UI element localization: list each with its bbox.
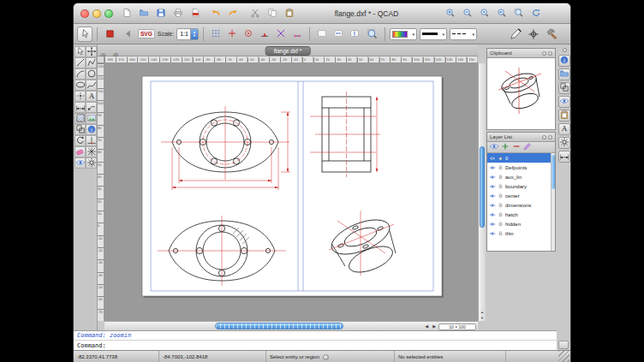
panel-float-button[interactable] [542, 135, 546, 139]
command-line[interactable]: Command: [74, 340, 557, 350]
layer-row-hatch[interactable]: hatch [487, 210, 551, 219]
color-combo[interactable]: ▾ [390, 28, 417, 40]
layer-visible-icon[interactable] [489, 221, 496, 228]
snap-grid-button[interactable] [208, 27, 224, 42]
zoom-window-button[interactable] [365, 27, 380, 42]
layer-row-dimensions[interactable]: dimensions [487, 200, 551, 210]
layer-lock-icon[interactable] [498, 193, 504, 199]
layer-lock-icon[interactable] [498, 211, 504, 217]
v-scrollbar[interactable]: ▲ ▼ [478, 63, 486, 321]
layer-remove-button[interactable] [511, 143, 521, 152]
layer-edit-button[interactable] [522, 143, 532, 152]
scroll-right-button[interactable]: ▶ [432, 323, 436, 329]
layer-visible-icon[interactable] [489, 202, 496, 209]
panel-float-button[interactable] [563, 48, 567, 52]
snap-free-button[interactable] [224, 27, 240, 42]
layer-row-aux_lin[interactable]: aux_lin [487, 172, 551, 181]
layer-visible-icon[interactable] [489, 211, 496, 218]
panel-float-button[interactable] [542, 51, 546, 56]
layer-lock-icon[interactable] [498, 183, 504, 189]
scroll-left-button[interactable]: ◀ [425, 323, 428, 329]
maximize-button[interactable] [104, 9, 113, 18]
restrict-vertical-button[interactable] [347, 27, 362, 42]
measure-tool-button[interactable] [558, 151, 570, 163]
restrict-horizontal-button[interactable] [331, 27, 346, 42]
reset-button[interactable] [102, 27, 117, 42]
layer-row-thin[interactable]: thin [487, 228, 551, 238]
layer-row-Defpoints[interactable]: Defpoints [487, 163, 551, 172]
new-file-button[interactable] [118, 5, 134, 21]
layer-row-boundary[interactable]: boundary [487, 181, 551, 191]
tools-button[interactable] [544, 27, 559, 42]
block-list-button[interactable] [558, 82, 570, 94]
scroll-down-button[interactable]: ▼ [480, 316, 484, 320]
layer-add-button[interactable] [500, 143, 510, 152]
layer-row-hidden[interactable]: hidden [487, 219, 551, 228]
command-options-button[interactable] [558, 341, 569, 349]
layer-lock-icon[interactable] [498, 221, 504, 227]
layer-visibility-button[interactable] [75, 157, 86, 169]
document-tab[interactable]: flange.dxf * [265, 46, 311, 56]
snap-settings-button[interactable] [558, 137, 570, 149]
cut-button[interactable] [247, 5, 263, 21]
command-input[interactable] [109, 342, 553, 349]
print-button[interactable] [170, 5, 186, 21]
drawing-canvas[interactable] [104, 63, 478, 321]
layer-visible-icon[interactable] [489, 183, 496, 190]
layer-scroll-thumb[interactable] [552, 155, 555, 189]
scroll-up-button[interactable]: ▲ [480, 310, 484, 314]
copy-button[interactable] [264, 5, 280, 21]
library-browser-button[interactable] [558, 68, 570, 80]
linetype-combo[interactable]: ▾ [450, 28, 477, 40]
layer-list-scrollbar[interactable] [551, 153, 555, 251]
layer-lock-icon[interactable] [498, 230, 504, 236]
settings-button[interactable] [86, 157, 97, 169]
export-pdf-button[interactable] [187, 5, 203, 21]
clipboard-panel-header[interactable]: Clipboard [487, 49, 555, 58]
layer-lock-icon[interactable] [498, 155, 504, 161]
previous-view-button[interactable] [493, 5, 510, 21]
layer-lock-icon[interactable] [498, 174, 504, 180]
panel-close-button[interactable] [548, 135, 552, 139]
back-button[interactable] [120, 27, 135, 42]
layer-lock-icon[interactable] [498, 202, 504, 208]
layer-visible-icon[interactable] [489, 155, 496, 162]
minimize-button[interactable] [92, 9, 101, 18]
snap-center-button[interactable] [241, 27, 256, 42]
layer-visible-icon[interactable] [489, 230, 496, 237]
layer-show-all-button[interactable] [489, 143, 498, 152]
command-line-toggle-button[interactable]: A [558, 123, 570, 135]
restrict-off-button[interactable] [314, 27, 330, 42]
scale-stepper[interactable]: ▲▼ [190, 29, 198, 39]
redraw-button[interactable] [528, 5, 544, 21]
paste-button[interactable] [281, 5, 297, 21]
layer-lock-icon[interactable] [498, 164, 504, 170]
layer-row-0[interactable]: 0 [487, 153, 551, 163]
undo-button[interactable] [207, 5, 224, 21]
auto-zoom-button[interactable] [476, 5, 492, 21]
layer-visible-icon[interactable] [489, 164, 496, 171]
resize-grip-icon[interactable] [558, 351, 569, 362]
titlebar[interactable]: flange.dxf * - QCAD [74, 3, 570, 24]
panel-close-button[interactable] [548, 51, 552, 56]
property-editor-button[interactable]: i [558, 55, 570, 67]
layer-panel-toggle-button[interactable] [558, 96, 570, 108]
layer-visible-icon[interactable] [489, 193, 496, 199]
open-file-button[interactable] [135, 5, 152, 21]
lineweight-combo[interactable]: ▾ [420, 28, 447, 40]
svg-export-button[interactable]: SVG [138, 29, 155, 39]
zoom-in-button[interactable] [442, 5, 458, 21]
h-scroll-thumb[interactable] [215, 323, 343, 329]
layer-visible-icon[interactable] [489, 174, 496, 181]
clipboard-panel-toggle-button[interactable] [558, 110, 570, 122]
snap-middle-button[interactable] [257, 27, 272, 42]
selection-pointer-button[interactable] [77, 27, 92, 42]
snap-intersection-button[interactable] [273, 27, 289, 42]
snap-distance-button[interactable] [289, 27, 305, 42]
draw-mode-button[interactable] [508, 27, 523, 42]
zoom-window-button[interactable] [510, 5, 527, 21]
h-scrollbar[interactable]: ◀ ▶ 10 × 100 [104, 321, 478, 330]
redo-button[interactable] [224, 5, 241, 21]
crosshair-button[interactable] [526, 27, 541, 42]
v-scroll-thumb[interactable] [480, 146, 485, 228]
